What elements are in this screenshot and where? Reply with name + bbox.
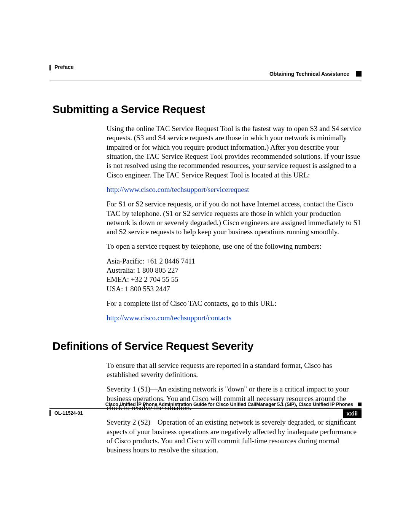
- phone-au: Australia: 1 800 805 227: [107, 266, 362, 275]
- header-section: Obtaining Technical Assistance: [269, 71, 349, 77]
- para: Severity 2 (S2)—Operation of an existing…: [107, 418, 362, 455]
- phone-usa: USA: 1 800 553 2447: [107, 284, 362, 294]
- heading-submitting: Submitting a Service Request: [53, 103, 362, 116]
- header-chapter: Preface: [54, 64, 74, 70]
- footer-title-row: Cisco Unified IP Phone Administration Gu…: [49, 402, 362, 407]
- footer-rule: [49, 408, 362, 409]
- content: Submitting a Service Request Using the o…: [49, 80, 362, 455]
- page: Preface Obtaining Technical Assistance S…: [0, 0, 411, 532]
- footer-bottom: OL-11524-01 xxiii: [49, 409, 362, 419]
- page-header: Preface Obtaining Technical Assistance: [49, 64, 362, 79]
- para: To open a service request by telephone, …: [107, 242, 362, 251]
- header-bar-icon: [49, 65, 51, 70]
- header-right: Obtaining Technical Assistance: [269, 71, 362, 77]
- phone-list: Asia-Pacific: +61 2 8446 7411 Australia:…: [107, 257, 362, 294]
- link-servicerequest[interactable]: http://www.cisco.com/techsupport/service…: [107, 185, 362, 194]
- para: For S1 or S2 service requests, or if you…: [107, 200, 362, 236]
- section1-body: Using the online TAC Service Request Too…: [107, 124, 362, 323]
- section2: Definitions of Service Request Severity …: [49, 340, 362, 455]
- footer-marker-icon: [358, 403, 362, 406]
- para: For a complete list of Cisco TAC contact…: [107, 299, 362, 308]
- link-contacts[interactable]: http://www.cisco.com/techsupport/contact…: [107, 313, 362, 323]
- footer-bar-icon: [49, 410, 51, 416]
- header-marker-icon: [356, 71, 362, 77]
- para: To ensure that all service requests are …: [107, 361, 362, 380]
- phone-ap: Asia-Pacific: +61 2 8446 7411: [107, 257, 362, 266]
- header-left: Preface: [49, 64, 74, 70]
- footer-left: OL-11524-01: [49, 409, 83, 416]
- footer-doc-id: OL-11524-01: [54, 409, 83, 416]
- footer-guide-title: Cisco Unified IP Phone Administration Gu…: [105, 402, 353, 407]
- para: Using the online TAC Service Request Too…: [107, 124, 362, 180]
- page-number: xxiii: [343, 409, 362, 418]
- heading-definitions: Definitions of Service Request Severity: [53, 340, 362, 353]
- phone-emea: EMEA: +32 2 704 55 55: [107, 275, 362, 284]
- page-footer: Cisco Unified IP Phone Administration Gu…: [49, 402, 362, 419]
